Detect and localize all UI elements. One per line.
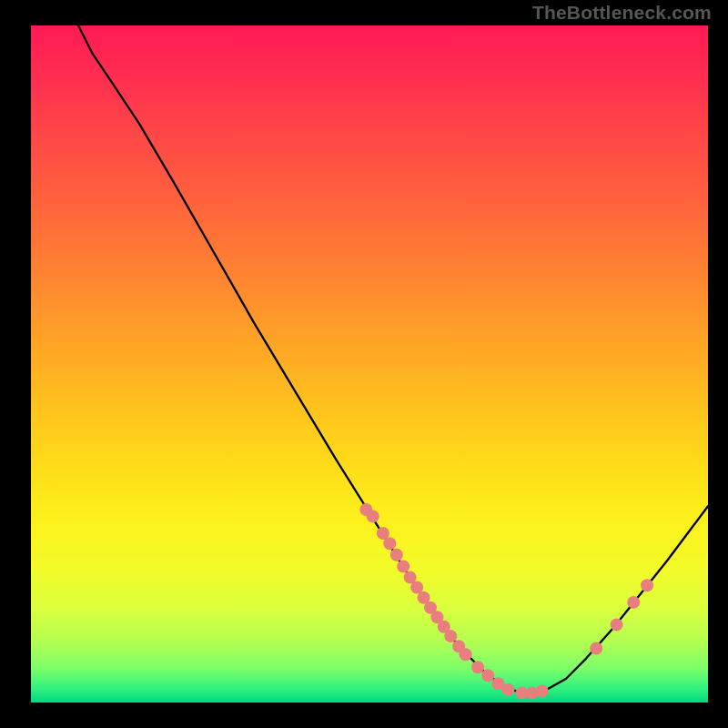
plot-area <box>31 25 708 703</box>
curve-marker <box>460 648 472 661</box>
curve-marker <box>627 596 640 609</box>
curve-marker <box>536 684 549 697</box>
curve-marker <box>502 683 515 696</box>
bottleneck-curve <box>78 25 708 693</box>
curve-marker <box>444 630 457 642</box>
curve-marker <box>390 549 403 561</box>
curve-marker <box>471 661 484 673</box>
chart-container: TheBottleneck.com <box>0 0 728 728</box>
curve-marker <box>590 642 602 655</box>
watermark-text: TheBottleneck.com <box>532 2 712 24</box>
curve-marker <box>383 537 396 550</box>
curve-marker <box>641 579 653 592</box>
curve-marker <box>611 618 623 631</box>
curve-marker <box>367 510 379 522</box>
curve-marker <box>481 669 494 682</box>
curve-marker <box>397 561 410 573</box>
curve-markers <box>359 503 653 700</box>
curve-svg <box>31 25 708 703</box>
